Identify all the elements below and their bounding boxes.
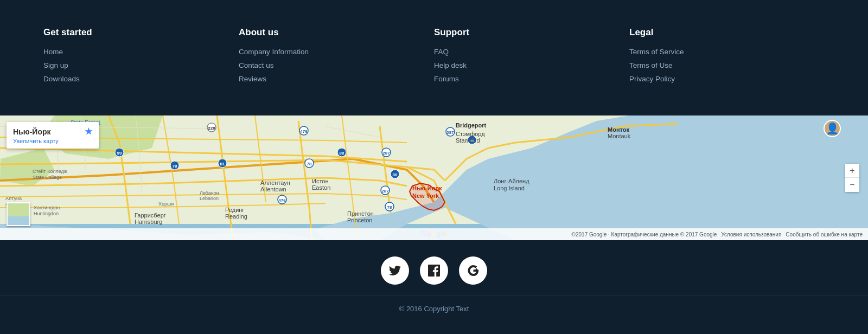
map-label-reading-ru: Рединг [225, 207, 244, 213]
map-label-princeton-ru: Принстон [347, 210, 374, 217]
map-label-newyork-en: New York [412, 192, 439, 199]
facebook-button[interactable] [420, 256, 448, 285]
map-container[interactable]: 99 81 476 78 476 220 80 287 80 287 78 28… [0, 115, 868, 240]
copyright-text: © 2016 Copyright Text [399, 305, 469, 313]
footer-link-tos[interactable]: Terms of Service [629, 48, 825, 56]
footer-link-privacy[interactable]: Privacy Policy [629, 75, 825, 83]
map-label-harrisburg-en: Harrisburg [135, 219, 162, 225]
map-star-icon[interactable]: ★ [85, 126, 92, 137]
map-thumbnail[interactable] [7, 202, 30, 226]
map-label-longisland-ru: Лонг-Айленд [494, 178, 529, 184]
map-user-avatar: 👤 [824, 120, 841, 137]
footer-link-helpdesk[interactable]: Help desk [434, 61, 629, 69]
map-label-reading-en: Reading [225, 213, 247, 220]
footer-link-downloads[interactable]: Downloads [43, 75, 239, 83]
map-label-bridgeport: Bridgeport [456, 122, 486, 129]
map-label-stamford-ru: Стэмфорд [456, 131, 485, 137]
footer-about-heading: About us [239, 27, 434, 38]
map-expand-link[interactable]: Увеличить карту [13, 138, 92, 144]
footer-about-us: About us Company Information Contact us … [239, 27, 434, 88]
map-terms-link[interactable]: Условия использования [721, 232, 781, 237]
map-label-montauk-ru: Монток [608, 126, 629, 133]
map-label-huntingdon-ru: Хантингдон [34, 205, 60, 210]
footer-link-company[interactable]: Company Information [239, 48, 434, 56]
footer-link-contact[interactable]: Contact us [239, 61, 434, 69]
footer-link-home[interactable]: Home [43, 48, 239, 56]
map-label-allentown-ru: Аллентаун [260, 179, 290, 186]
map-label-hershey: Херши [158, 201, 174, 207]
footer-link-faq[interactable]: FAQ [434, 48, 629, 56]
social-section [0, 240, 868, 296]
map-copyright: ©2017 Google · Картографические данные ©… [572, 232, 717, 237]
map-label-statecollege-ru: Стейт Колледж [33, 169, 67, 174]
map-label-stamford-en: Stamford [456, 137, 480, 144]
map-report-link[interactable]: Сообщить об ошибке на карте [786, 232, 863, 237]
map-label-lebanon-ru: Лебанон [200, 190, 219, 196]
map-label-princeton-en: Princeton [347, 217, 372, 223]
map-label-easton-ru: Истон [312, 178, 329, 184]
footer-get-started-heading: Get started [43, 27, 239, 38]
map-city-name: Нью-Йорк [13, 127, 51, 136]
footer-link-reviews[interactable]: Reviews [239, 75, 434, 83]
map-label-montauk-en: Montauk [608, 133, 630, 139]
map-info-title: Нью-Йорк ★ [13, 126, 92, 137]
map-zoom-controls: + − [845, 164, 859, 192]
map-zoom-in-button[interactable]: + [845, 164, 859, 178]
map-info-box: Нью-Йорк ★ Увеличить карту [7, 122, 99, 149]
footer-legal: Legal Terms of Service Terms of Use Priv… [629, 27, 825, 88]
map-label-allentown-en: Allentown [260, 186, 286, 192]
map-label-easton-en: Easton [312, 184, 330, 191]
footer-nav: Get started Home Sign up Downloads About… [0, 0, 868, 115]
footer-link-tou[interactable]: Terms of Use [629, 61, 825, 69]
copyright-bar: © 2016 Copyright Text [0, 296, 868, 326]
googleplus-button[interactable] [459, 256, 487, 285]
footer-legal-heading: Legal [629, 27, 825, 38]
map-label-huntingdon-en: Huntingdon [34, 211, 59, 216]
footer-link-forums[interactable]: Forums [434, 75, 629, 83]
footer-link-signup[interactable]: Sign up [43, 61, 239, 69]
footer-get-started: Get started Home Sign up Downloads [43, 27, 239, 88]
map-label-altoona-ru: Алтуна [5, 196, 22, 201]
map-label-newyork-ru: Нью-Йорк [412, 185, 442, 191]
twitter-button[interactable] [381, 256, 409, 285]
map-inner: 99 81 476 78 476 220 80 287 80 287 78 28… [0, 115, 868, 240]
map-label-harrisburg-ru: Гаррисберг [135, 212, 166, 219]
footer-support-heading: Support [434, 27, 629, 38]
map-label-longisland-en: Long Island [494, 185, 525, 191]
map-label-lebanon-en: Lebanon [200, 196, 219, 201]
map-zoom-out-button[interactable]: − [845, 178, 859, 192]
map-label-statecollege-en: State College [33, 175, 62, 180]
footer-support: Support FAQ Help desk Forums [434, 27, 629, 88]
map-footer-bar: ©2017 Google · Картографические данные ©… [0, 228, 868, 240]
